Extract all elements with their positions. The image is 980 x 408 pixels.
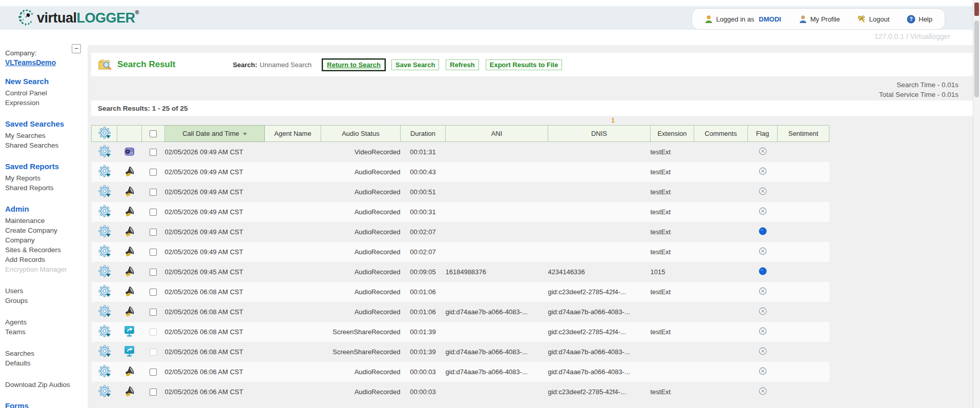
sentiment-cell — [778, 322, 829, 342]
sidebar-item-my-searches[interactable]: My Searches — [5, 131, 88, 140]
sidebar-item-searches[interactable]: Searches — [5, 349, 88, 358]
col-header-call-date-and-time[interactable]: Call Date and Time — [165, 126, 265, 142]
toolbar-button-refresh[interactable]: Refresh — [446, 59, 478, 70]
vertical-scrollbar[interactable] — [973, 0, 980, 408]
flag-empty-icon[interactable] — [759, 147, 767, 155]
flag-empty-icon[interactable] — [759, 387, 767, 395]
sidebar-item-create-company[interactable]: Create Company — [5, 226, 88, 235]
audio-recording-icon[interactable] — [123, 245, 136, 258]
flag-empty-icon[interactable] — [759, 247, 767, 255]
video-recording-icon[interactable] — [123, 145, 136, 158]
help-button[interactable]: Help — [907, 15, 932, 24]
flag-blue-icon[interactable] — [759, 227, 767, 235]
sidebar-item-my-reports[interactable]: My Reports — [5, 173, 88, 183]
col-header-actions[interactable] — [92, 126, 117, 142]
row-checkbox[interactable] — [150, 229, 157, 236]
sidebar-item-defaults[interactable]: Defaults — [5, 358, 88, 368]
col-header-flag[interactable]: Flag — [748, 126, 778, 142]
row-checkbox[interactable] — [150, 169, 157, 176]
sidebar-item-control-panel[interactable]: Control Panel — [5, 88, 88, 98]
audio-recording-icon[interactable] — [123, 165, 136, 178]
row-checkbox[interactable] — [150, 289, 157, 296]
audio-recording-icon[interactable] — [123, 385, 136, 398]
logged-in-as[interactable]: Logged in as DMODI — [704, 15, 781, 24]
select-all-checkbox[interactable] — [150, 130, 157, 137]
sidebar-item-company[interactable]: Company — [5, 235, 88, 245]
page-number[interactable]: 1 — [611, 116, 615, 124]
row-actions-gear-icon[interactable] — [98, 384, 111, 398]
row-actions-gear-icon[interactable] — [98, 304, 111, 318]
flag-empty-icon[interactable] — [759, 347, 767, 355]
sidebar-collapse-button[interactable]: − — [72, 44, 81, 53]
flag-empty-icon[interactable] — [759, 367, 767, 375]
sidebar-item-users[interactable]: Users — [5, 286, 88, 296]
col-header-audio-status[interactable]: Audio Status — [321, 126, 401, 142]
row-checkbox[interactable] — [150, 189, 157, 196]
audio-recording-icon[interactable] — [123, 305, 136, 318]
row-checkbox[interactable] — [150, 209, 157, 216]
audio-recording-icon[interactable] — [123, 225, 136, 238]
col-header-ani[interactable]: ANI — [446, 126, 548, 142]
col-header-duration[interactable]: Duration — [401, 126, 446, 142]
agent-name-cell — [265, 262, 321, 282]
toolbar-button-export-results-to-file[interactable]: Export Results to File — [486, 59, 562, 70]
col-header-agent-name[interactable]: Agent Name — [265, 126, 321, 142]
row-checkbox[interactable] — [150, 369, 157, 376]
col-header-comments[interactable]: Comments — [694, 126, 748, 142]
flag-empty-icon[interactable] — [759, 307, 767, 315]
flag-empty-icon[interactable] — [759, 287, 767, 295]
col-header-dnis[interactable]: DNIS — [548, 126, 651, 142]
audio-recording-icon[interactable] — [123, 285, 136, 298]
row-checkbox[interactable] — [150, 309, 157, 316]
row-checkbox[interactable] — [150, 269, 157, 276]
screenshare-recording-icon[interactable] — [123, 325, 136, 338]
flag-cell — [748, 202, 778, 222]
sidebar-item-add-records[interactable]: Add Records — [5, 255, 88, 264]
row-actions-gear-icon[interactable] — [98, 264, 111, 278]
row-actions-gear-icon[interactable] — [98, 225, 111, 238]
screenshare-recording-icon[interactable] — [123, 345, 136, 358]
row-actions-gear-icon[interactable] — [98, 185, 111, 198]
column-settings-gear-icon[interactable] — [98, 126, 111, 139]
timing-info: Search Time - 0.01s Total Service Time -… — [88, 76, 980, 100]
logout-button[interactable]: Logout — [857, 15, 889, 24]
row-actions-gear-icon[interactable] — [98, 205, 111, 218]
audio-recording-icon[interactable] — [123, 205, 136, 218]
row-checkbox[interactable] — [150, 249, 157, 256]
row-actions-gear-icon[interactable] — [98, 344, 111, 358]
col-header-select[interactable] — [142, 126, 165, 142]
flag-empty-icon[interactable] — [759, 327, 767, 335]
row-checkbox[interactable] — [150, 149, 157, 156]
flag-blue-icon[interactable] — [759, 267, 767, 275]
sidebar-item-agents[interactable]: Agents — [5, 317, 88, 327]
sidebar-item-shared-reports[interactable]: Shared Reports — [5, 183, 88, 193]
row-actions-gear-icon[interactable] — [98, 324, 111, 338]
sidebar-item-download-zip-audios[interactable]: Download Zip Audios — [5, 380, 88, 390]
row-actions-gear-icon[interactable] — [98, 284, 111, 298]
toolbar-button-save-search[interactable]: Save Search — [391, 59, 439, 70]
flag-empty-icon[interactable] — [759, 167, 767, 175]
audio-recording-icon[interactable] — [123, 185, 136, 198]
help-label: Help — [919, 15, 932, 23]
my-profile-button[interactable]: My Profile — [799, 15, 840, 24]
sidebar-item-teams[interactable]: Teams — [5, 327, 88, 337]
row-actions-gear-icon[interactable] — [98, 145, 111, 158]
row-checkbox[interactable] — [150, 389, 157, 396]
row-actions-gear-icon[interactable] — [98, 244, 111, 258]
flag-empty-icon[interactable] — [759, 187, 767, 195]
col-header-extension[interactable]: Extension — [651, 126, 694, 142]
sidebar-item-groups[interactable]: Groups — [5, 296, 88, 305]
flag-empty-icon[interactable] — [759, 207, 767, 215]
company-link[interactable]: VLTeamsDemo — [5, 58, 56, 67]
audio-recording-icon[interactable] — [123, 265, 136, 278]
toolbar-button-return-to-search[interactable]: Return to Search — [323, 59, 385, 70]
sidebar-item-shared-searches[interactable]: Shared Searches — [5, 140, 88, 150]
sidebar-item-maintenance[interactable]: Maintenance — [5, 216, 88, 226]
sidebar-item-sites-recorders[interactable]: Sites & Recorders — [5, 245, 88, 255]
audio-recording-icon[interactable] — [123, 365, 136, 378]
row-actions-gear-icon[interactable] — [98, 364, 111, 378]
scrollbar-thumb[interactable] — [974, 21, 979, 97]
row-actions-gear-icon[interactable] — [98, 165, 111, 178]
col-header-sentiment[interactable]: Sentiment — [778, 126, 829, 142]
sidebar-item-expression[interactable]: Expression — [5, 98, 88, 108]
